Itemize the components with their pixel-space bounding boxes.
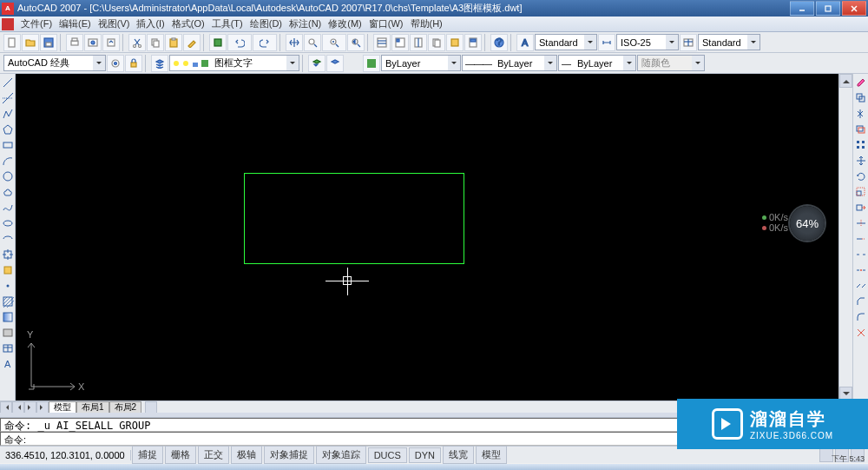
break-tool[interactable]	[854, 263, 868, 277]
menu-dimension[interactable]: 标注(N)	[286, 17, 325, 31]
scroll-track[interactable]	[839, 88, 852, 387]
line-tool[interactable]	[1, 76, 15, 89]
zoom-previous-button[interactable]	[347, 34, 365, 51]
properties-button[interactable]	[373, 34, 391, 51]
spline-tool[interactable]	[1, 201, 15, 215]
lwt-toggle[interactable]: 线宽	[443, 446, 474, 464]
layer-previous-button[interactable]	[308, 55, 326, 72]
textstyle-icon[interactable]: A	[516, 34, 534, 51]
polyline-tool[interactable]	[1, 107, 15, 121]
textstyle-dropdown[interactable]: Standard	[535, 34, 597, 50]
quickcalc-button[interactable]	[464, 34, 482, 51]
color-dropdown[interactable]: ByLayer	[381, 55, 461, 71]
rectangle-tool[interactable]	[1, 138, 15, 152]
tablestyle-dropdown[interactable]: Standard	[698, 34, 760, 50]
menu-insert[interactable]: 插入(I)	[133, 17, 168, 31]
scroll-up-button[interactable]	[839, 74, 852, 88]
insert-block-tool[interactable]	[1, 248, 15, 261]
revision-cloud-tool[interactable]	[1, 185, 15, 199]
design-center-button[interactable]	[391, 34, 409, 51]
undo-button[interactable]	[227, 34, 252, 51]
drawing-canvas[interactable]: X Y 0K/s 0K/s 64%	[16, 74, 838, 400]
cut-button[interactable]	[128, 34, 146, 51]
chamfer-tool[interactable]	[854, 295, 868, 308]
trim-tool[interactable]	[854, 216, 868, 230]
plotstyle-dropdown[interactable]: 随颜色	[637, 55, 705, 71]
gradient-tool[interactable]	[1, 310, 15, 324]
maximize-button[interactable]	[816, 1, 840, 16]
mirror-tool[interactable]	[854, 107, 868, 121]
make-block-tool[interactable]	[1, 263, 15, 277]
dimstyle-icon[interactable]	[598, 34, 615, 51]
tab-prev-button[interactable]	[12, 401, 24, 414]
workspace-settings-button[interactable]	[107, 55, 124, 72]
rotate-tool[interactable]	[854, 169, 868, 183]
minimize-button[interactable]	[790, 1, 814, 16]
menu-help[interactable]: 帮助(H)	[407, 17, 446, 31]
layout1-tab[interactable]: 布局1	[76, 401, 109, 414]
scroll-left-button[interactable]	[145, 401, 157, 414]
array-tool[interactable]	[854, 138, 868, 152]
menu-tools[interactable]: 工具(T)	[208, 17, 247, 31]
close-button[interactable]	[842, 1, 866, 16]
hatch-tool[interactable]	[1, 295, 15, 308]
copy-tool[interactable]	[854, 91, 868, 105]
workspace-dropdown[interactable]: AutoCAD 经典	[3, 55, 106, 71]
sheet-set-button[interactable]	[428, 34, 445, 51]
model-toggle[interactable]: 模型	[476, 446, 507, 464]
layer-dropdown[interactable]: 图框文字	[169, 55, 299, 71]
block-editor-button[interactable]	[209, 34, 227, 51]
help-button[interactable]: ?	[490, 34, 508, 51]
tab-next-button[interactable]	[24, 401, 36, 414]
extend-tool[interactable]	[854, 232, 868, 246]
menu-format[interactable]: 格式(O)	[168, 17, 208, 31]
erase-tool[interactable]	[854, 76, 868, 89]
publish-button[interactable]	[102, 34, 120, 51]
tablestyle-icon[interactable]	[680, 34, 697, 51]
layer-states-button[interactable]	[326, 55, 344, 72]
move-tool[interactable]	[854, 154, 868, 168]
match-properties-button[interactable]	[183, 34, 201, 51]
menu-window[interactable]: 窗口(W)	[365, 17, 407, 31]
dyn-toggle[interactable]: DYN	[409, 447, 441, 463]
construction-line-tool[interactable]	[1, 91, 15, 105]
ellipse-arc-tool[interactable]	[1, 232, 15, 246]
stretch-tool[interactable]	[854, 201, 868, 215]
otrack-toggle[interactable]: 对象追踪	[316, 446, 366, 464]
coordinates-display[interactable]: 336.4510, 120.3101, 0.0000	[0, 450, 131, 460]
arc-tool[interactable]	[1, 154, 15, 168]
join-tool[interactable]	[854, 279, 868, 293]
menu-file[interactable]: 文件(F)	[17, 17, 56, 31]
print-button[interactable]	[66, 34, 83, 51]
tab-first-button[interactable]	[0, 401, 12, 414]
circle-tool[interactable]	[1, 169, 15, 183]
document-icon[interactable]	[2, 18, 14, 30]
markup-button[interactable]	[446, 34, 464, 51]
save-button[interactable]	[40, 34, 57, 51]
menu-view[interactable]: 视图(V)	[95, 17, 134, 31]
linetype-dropdown[interactable]: ———ByLayer	[462, 55, 557, 71]
tab-last-button[interactable]	[36, 401, 49, 414]
vertical-scrollbar[interactable]	[838, 74, 852, 400]
region-tool[interactable]	[1, 326, 15, 340]
ortho-toggle[interactable]: 正交	[198, 446, 229, 464]
open-button[interactable]	[22, 34, 39, 51]
osnap-toggle[interactable]: 对象捕捉	[264, 446, 314, 464]
paste-button[interactable]	[165, 34, 182, 51]
scale-tool[interactable]	[854, 185, 868, 199]
new-button[interactable]	[3, 34, 21, 51]
tool-palettes-button[interactable]	[410, 34, 427, 51]
workspace-lock-button[interactable]	[125, 55, 142, 72]
zoom-window-button[interactable]	[322, 34, 346, 51]
table-tool[interactable]	[1, 341, 15, 355]
polygon-tool[interactable]	[1, 122, 15, 136]
pan-button[interactable]	[286, 34, 303, 51]
layout2-tab[interactable]: 布局2	[109, 401, 142, 414]
offset-tool[interactable]	[854, 122, 868, 136]
color-swatch[interactable]	[363, 55, 380, 72]
plot-preview-button[interactable]	[84, 34, 102, 51]
model-tab[interactable]: 模型	[49, 401, 76, 414]
menu-modify[interactable]: 修改(M)	[325, 17, 365, 31]
menu-draw[interactable]: 绘图(D)	[247, 17, 286, 31]
drawn-rectangle[interactable]	[244, 173, 464, 264]
